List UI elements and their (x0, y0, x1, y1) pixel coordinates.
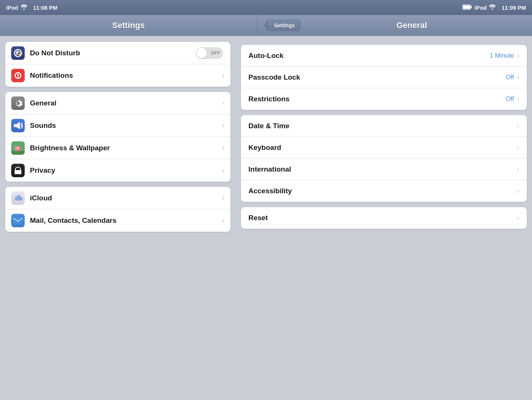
nav-bar: Settings Settings General (0, 15, 532, 36)
keyboard-label: Keyboard (248, 144, 517, 152)
device-name-left: iPod (6, 4, 18, 11)
back-button[interactable]: Settings (266, 20, 300, 31)
status-center (202, 0, 330, 15)
svg-point-10 (18, 77, 19, 79)
accessibility-chevron: › (517, 187, 519, 195)
general-row[interactable]: General › (5, 92, 230, 114)
sounds-icon (11, 119, 25, 132)
accessibility-row[interactable]: Accessibility › (241, 180, 527, 202)
notifications-row[interactable]: Notifications › (5, 64, 230, 87)
auto-lock-row[interactable]: Auto-Lock 1 Minute › (241, 45, 527, 67)
settings-title: Settings (112, 21, 145, 30)
auto-lock-label: Auto-Lock (248, 52, 490, 60)
right-settings-group-2: Date & Time › Keyboard › International ›… (241, 115, 527, 202)
toggle-state: OFF (211, 50, 221, 56)
mail-contacts-calendars-row[interactable]: Mail, Contacts, Calendars › (5, 209, 230, 232)
general-chevron: › (222, 99, 224, 107)
sounds-row[interactable]: Sounds › (5, 114, 230, 137)
svg-text:🌙: 🌙 (16, 51, 21, 56)
svg-marker-12 (16, 122, 20, 129)
do-not-disturb-icon: 🌙 (11, 46, 25, 60)
notifications-chevron: › (222, 72, 224, 80)
svg-point-4 (492, 9, 493, 10)
brightness-icon (11, 141, 25, 155)
accessibility-label: Accessibility (248, 187, 517, 195)
sounds-label: Sounds (30, 121, 222, 130)
toggle-knob (196, 48, 207, 58)
main-content: 🌙 Do Not Disturb OFF (0, 36, 532, 400)
time-right: 11:09 PM (502, 4, 526, 11)
do-not-disturb-row[interactable]: 🌙 Do Not Disturb OFF (5, 42, 230, 64)
right-panel: Auto-Lock 1 Minute › Passcode Lock Off ›… (236, 36, 532, 400)
international-label: International (248, 165, 517, 173)
device-name-right: iPod (474, 4, 487, 11)
icloud-label: iCloud (30, 194, 222, 202)
brightness-wallpaper-row[interactable]: Brightness & Wallpaper › (5, 137, 230, 159)
notifications-icon (11, 69, 25, 82)
right-settings-group-1: Auto-Lock 1 Minute › Passcode Lock Off ›… (241, 45, 527, 110)
right-settings-group-3: Reset › (241, 207, 527, 229)
svg-point-17 (17, 147, 19, 149)
do-not-disturb-toggle[interactable]: OFF (196, 47, 223, 59)
settings-group-2: General › Sounds › (5, 92, 230, 182)
passcode-lock-row[interactable]: Passcode Lock Off › (241, 67, 527, 88)
auto-lock-value: 1 Minute (490, 52, 514, 59)
date-time-chevron: › (517, 122, 519, 130)
nav-left-section: Settings (0, 21, 257, 30)
privacy-row[interactable]: Privacy › (5, 159, 230, 182)
nav-right-section: Settings General (257, 20, 532, 31)
icloud-row[interactable]: iCloud › (5, 187, 230, 209)
restrictions-chevron: › (517, 95, 519, 103)
mail-icon (11, 214, 25, 227)
international-row[interactable]: International › (241, 159, 527, 180)
privacy-icon (11, 164, 25, 177)
left-panel: 🌙 Do Not Disturb OFF (0, 36, 236, 400)
reset-row[interactable]: Reset › (241, 207, 527, 229)
wifi-icon-left (21, 4, 27, 11)
general-label: General (30, 99, 222, 107)
settings-group-3: iCloud › Mail, Contacts, Calendars › (5, 187, 230, 232)
sounds-chevron: › (222, 121, 224, 129)
svg-point-0 (23, 9, 25, 10)
status-bar: iPod 11:08 PM iPod 11:09 P (0, 0, 532, 15)
privacy-chevron: › (222, 167, 224, 175)
mail-contacts-calendars-chevron: › (222, 217, 224, 225)
svg-rect-11 (14, 124, 16, 127)
passcode-lock-chevron: › (517, 73, 519, 81)
svg-rect-2 (471, 6, 472, 8)
battery-icon-right (462, 4, 472, 11)
settings-group-1: 🌙 Do Not Disturb OFF (5, 42, 230, 87)
time-left: 11:08 PM (33, 4, 58, 11)
wifi-icon-right (489, 4, 496, 11)
auto-lock-chevron: › (517, 52, 519, 59)
notifications-label: Notifications (30, 71, 222, 80)
keyboard-chevron: › (517, 144, 519, 151)
icloud-chevron: › (222, 194, 224, 202)
date-time-label: Date & Time (248, 122, 517, 130)
svg-rect-9 (18, 74, 19, 77)
general-title: General (300, 21, 523, 30)
keyboard-row[interactable]: Keyboard › (241, 137, 527, 159)
mail-contacts-calendars-label: Mail, Contacts, Calendars (30, 216, 222, 225)
status-left: iPod 11:08 PM (0, 0, 202, 15)
reset-label: Reset (248, 214, 517, 222)
reset-chevron: › (517, 214, 519, 222)
brightness-wallpaper-label: Brightness & Wallpaper (30, 144, 222, 152)
svg-rect-19 (13, 217, 23, 224)
restrictions-value: Off (506, 95, 514, 103)
restrictions-row[interactable]: Restrictions Off › (241, 88, 527, 110)
status-right: iPod 11:09 PM (330, 0, 532, 15)
svg-rect-18 (11, 151, 25, 155)
passcode-lock-label: Passcode Lock (248, 73, 506, 81)
passcode-lock-value: Off (506, 74, 514, 81)
privacy-label: Privacy (30, 166, 222, 175)
international-chevron: › (517, 165, 519, 173)
svg-rect-3 (463, 5, 470, 9)
do-not-disturb-label: Do Not Disturb (30, 49, 196, 57)
date-time-row[interactable]: Date & Time › (241, 115, 527, 137)
icloud-icon (11, 191, 25, 205)
general-icon (11, 96, 25, 110)
brightness-wallpaper-chevron: › (222, 144, 224, 152)
restrictions-label: Restrictions (248, 95, 506, 103)
